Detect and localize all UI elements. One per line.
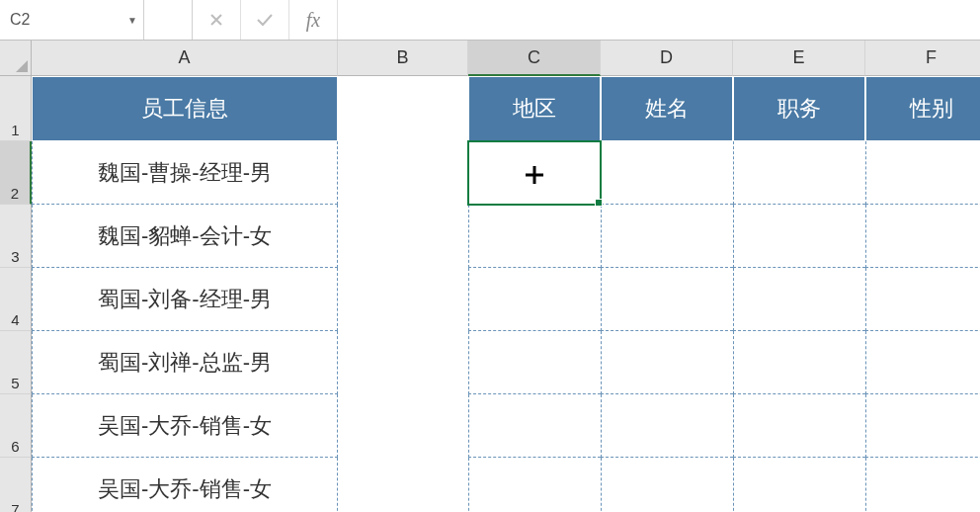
name-box[interactable]: C2 ▼ — [0, 0, 144, 40]
row-header-2[interactable]: 2 — [0, 141, 32, 205]
check-icon — [256, 13, 274, 27]
select-all-corner[interactable] — [0, 41, 32, 76]
formula-bar: C2 ▼ fx — [0, 0, 980, 41]
cell-A4[interactable]: 蜀国-刘备-经理-男 — [32, 268, 338, 331]
cell-C4[interactable] — [468, 268, 601, 331]
column-header-B[interactable]: B — [338, 41, 468, 76]
row-header-4[interactable]: 4 — [0, 268, 32, 331]
cell-D7[interactable] — [601, 458, 733, 512]
cell-E7[interactable] — [733, 458, 865, 512]
cell-D2[interactable] — [601, 141, 733, 205]
cell-D6[interactable] — [601, 394, 733, 458]
cell-A1-header[interactable]: 员工信息 — [32, 76, 338, 141]
formula-input[interactable] — [338, 0, 980, 40]
cancel-button[interactable] — [193, 0, 241, 40]
column-header-C[interactable]: C — [468, 41, 601, 76]
cell-A6[interactable]: 吴国-大乔-销售-女 — [32, 394, 338, 458]
cell-E2[interactable] — [733, 141, 865, 205]
cell-F6[interactable] — [865, 394, 980, 458]
cell-F2[interactable] — [865, 141, 980, 205]
cell-A5[interactable]: 蜀国-刘禅-总监-男 — [32, 331, 338, 394]
column-header-F[interactable]: F — [865, 41, 980, 76]
cell-D5[interactable] — [601, 331, 733, 394]
insert-function-button[interactable]: fx — [289, 0, 338, 40]
x-icon — [209, 13, 223, 27]
cell-C5[interactable] — [468, 331, 601, 394]
cell-F7[interactable] — [865, 458, 980, 512]
cell-F3[interactable] — [865, 205, 980, 268]
row-header-1[interactable]: 1 — [0, 76, 32, 141]
spreadsheet-grid[interactable]: ABCDEF 1234567 员工信息魏国-曹操-经理-男魏国-貂蝉-会计-女蜀… — [0, 41, 980, 512]
row-header-6[interactable]: 6 — [0, 394, 32, 458]
cell-F1-header[interactable]: 性别 — [865, 76, 980, 141]
cell-D4[interactable] — [601, 268, 733, 331]
name-box-dropdown-icon[interactable]: ▼ — [122, 15, 143, 26]
cell-E5[interactable] — [733, 331, 865, 394]
row-header-5[interactable]: 5 — [0, 331, 32, 394]
cell-C1-header[interactable]: 地区 — [468, 76, 601, 141]
column-headers: ABCDEF — [32, 41, 980, 76]
cell-D3[interactable] — [601, 205, 733, 268]
cell-C7[interactable] — [468, 458, 601, 512]
row-header-7[interactable]: 7 — [0, 458, 32, 512]
cell-E3[interactable] — [733, 205, 865, 268]
column-header-D[interactable]: D — [601, 41, 733, 76]
row-headers: 1234567 — [0, 76, 32, 512]
row-header-3[interactable]: 3 — [0, 205, 32, 268]
formula-bar-separator — [144, 0, 193, 40]
cell-E4[interactable] — [733, 268, 865, 331]
confirm-button[interactable] — [241, 0, 289, 40]
cell-E1-header[interactable]: 职务 — [733, 76, 865, 141]
column-header-E[interactable]: E — [733, 41, 865, 76]
cell-A3[interactable]: 魏国-貂蝉-会计-女 — [32, 205, 338, 268]
cell-F5[interactable] — [865, 331, 980, 394]
cell-C6[interactable] — [468, 394, 601, 458]
cell-E6[interactable] — [733, 394, 865, 458]
name-box-value: C2 — [0, 11, 122, 29]
fx-icon: fx — [306, 9, 320, 32]
cell-C3[interactable] — [468, 205, 601, 268]
column-header-A[interactable]: A — [32, 41, 338, 76]
cell-C2[interactable] — [468, 141, 601, 205]
cell-A2[interactable]: 魏国-曹操-经理-男 — [32, 141, 338, 205]
cell-D1-header[interactable]: 姓名 — [601, 76, 733, 141]
cell-F4[interactable] — [865, 268, 980, 331]
cell-A7[interactable]: 吴国-大乔-销售-女 — [32, 458, 338, 512]
